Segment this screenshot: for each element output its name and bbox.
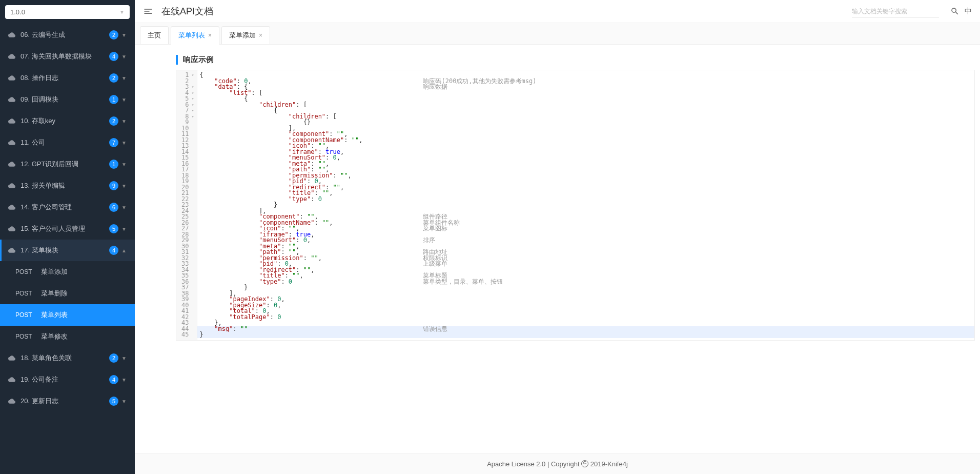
chevron-down-icon: ▼ — [121, 32, 127, 38]
cloud-icon — [8, 354, 15, 362]
badge: 4 — [109, 246, 118, 255]
sidebar-item[interactable]: 15. 客户公司人员管理5▼ — [0, 218, 135, 240]
badge: 4 — [109, 52, 118, 61]
code-annotation: 上级菜单 — [423, 261, 447, 267]
fold-icon[interactable]: ▾ — [190, 72, 194, 78]
sidebar-item[interactable]: 11. 公司7▼ — [0, 132, 135, 153]
chevron-down-icon: ▼ — [121, 356, 127, 361]
sidebar-item-label: 15. 客户公司人员管理 — [21, 224, 109, 233]
badge: 2 — [109, 353, 118, 363]
tab[interactable]: 菜单添加× — [221, 26, 270, 44]
cloud-icon — [8, 53, 15, 60]
chevron-down-icon: ▼ — [121, 140, 127, 146]
fold-icon[interactable]: ▾ — [190, 84, 194, 90]
sidebar-item-label: 06. 云编号生成 — [21, 30, 109, 40]
cloud-icon — [8, 96, 15, 103]
fold-icon[interactable]: ▾ — [190, 96, 194, 102]
code-editor[interactable]: 1▾23▾4▾5▾6▾7▾8▾9101112131415161718192021… — [176, 70, 975, 341]
code-line: } — [197, 285, 974, 291]
sidebar-subitem[interactable]: POST菜单修改 — [0, 326, 135, 347]
sidebar-subitem[interactable]: POST菜单列表 — [0, 304, 135, 326]
search-icon[interactable] — [950, 7, 959, 16]
sidebar-subitem[interactable]: POST菜单删除 — [0, 283, 135, 304]
cloud-icon — [8, 74, 15, 82]
sidebar-item-label: 18. 菜单角色关联 — [21, 353, 109, 363]
sidebar-item[interactable]: 10. 存取key2▼ — [0, 110, 135, 132]
copyright-icon — [581, 460, 588, 467]
sidebar-item[interactable]: 14. 客户公司管理6▼ — [0, 196, 135, 218]
chevron-up-icon: ▲ — [121, 248, 127, 253]
fold-icon[interactable]: ▾ — [190, 90, 194, 96]
http-method: POST — [15, 333, 41, 340]
cloud-icon — [8, 376, 15, 383]
code-line: "redirect": "", — [197, 267, 974, 273]
chevron-down-icon: ▼ — [121, 54, 127, 60]
fold-icon[interactable]: ▾ — [190, 108, 194, 114]
tab[interactable]: 菜单列表× — [171, 26, 219, 45]
sidebar-item[interactable]: 18. 菜单角色关联2▼ — [0, 347, 135, 369]
sidebar-item[interactable]: 17. 菜单模块4▲ — [0, 240, 135, 261]
code-line: } — [197, 332, 974, 338]
code-annotation: 菜单图标 — [423, 226, 447, 232]
sidebar-item[interactable]: 13. 报关单编辑9▼ — [0, 175, 135, 196]
close-icon[interactable]: × — [259, 32, 262, 39]
http-method: POST — [15, 268, 41, 275]
subitem-label: 菜单添加 — [41, 267, 68, 276]
sidebar-subitem[interactable]: POST菜单添加 — [0, 261, 135, 283]
code-line: "children": [ — [197, 114, 974, 120]
code-line: ], — [197, 291, 974, 297]
section-title: 响应示例 — [176, 55, 975, 65]
search-input[interactable] — [852, 6, 939, 17]
collapse-icon[interactable] — [143, 6, 153, 16]
sidebar-item-label: 17. 菜单模块 — [21, 246, 109, 255]
code-line: }, — [197, 320, 974, 326]
subitem-label: 菜单修改 — [41, 332, 68, 341]
badge: 2 — [109, 30, 118, 40]
version-select[interactable]: 1.0.0 ▼ — [5, 5, 130, 19]
sidebar-item-label: 07. 海关回执单数据模块 — [21, 52, 109, 61]
tab[interactable]: 主页 — [140, 26, 169, 44]
sidebar-item-label: 08. 操作日志 — [21, 73, 109, 83]
code-line: "pageSize": 0, — [197, 303, 974, 309]
code-gutter: 1▾23▾4▾5▾6▾7▾8▾9101112131415161718192021… — [176, 70, 197, 340]
sidebar-item[interactable]: 19. 公司备注4▼ — [0, 369, 135, 390]
sidebar-item-label: 13. 报关单编辑 — [21, 181, 109, 190]
sidebar-item[interactable]: 20. 更新日志5▼ — [0, 390, 135, 412]
code-annotation: 错误信息 — [423, 326, 447, 332]
close-icon[interactable]: × — [208, 32, 212, 39]
cloud-icon — [8, 161, 15, 168]
cloud-icon — [8, 247, 15, 254]
sidebar-item[interactable]: 08. 操作日志2▼ — [0, 67, 135, 89]
code-line: "msg": ""错误信息 — [197, 326, 974, 332]
language-button[interactable]: 中 — [965, 7, 972, 16]
header: 在线API文档 中 — [135, 0, 980, 23]
sidebar-item[interactable]: 12. GPT识别后回调1▼ — [0, 153, 135, 175]
sidebar-item[interactable]: 06. 云编号生成2▼ — [0, 24, 135, 46]
code-line: "type": 0 — [197, 196, 974, 203]
sidebar-item-label: 20. 更新日志 — [21, 397, 109, 406]
chevron-down-icon: ▼ — [119, 9, 125, 15]
cloud-icon — [8, 182, 15, 189]
tabs: 主页菜单列表×菜单添加× — [135, 23, 980, 45]
cloud-icon — [8, 117, 15, 125]
sidebar-menu: 06. 云编号生成2▼07. 海关回执单数据模块4▼08. 操作日志2▼09. … — [0, 24, 135, 474]
badge: 2 — [109, 116, 118, 126]
sidebar-item[interactable]: 09. 回调模块1▼ — [0, 89, 135, 110]
main: 在线API文档 中 主页菜单列表×菜单添加× 响应示例 1▾23▾4▾5▾6▾7… — [135, 0, 980, 474]
version-value: 1.0.0 — [10, 8, 25, 16]
code-line: "data": {响应数据 — [197, 84, 974, 90]
code-line: "totalPage": 0 — [197, 314, 974, 321]
http-method: POST — [15, 290, 41, 297]
code-line: "code": 0,响应码(200成功,其他为失败需参考msg) — [197, 78, 974, 85]
badge: 2 — [109, 73, 118, 83]
badge: 4 — [109, 375, 118, 384]
fold-icon[interactable]: ▾ — [190, 102, 194, 108]
chevron-down-icon: ▼ — [121, 183, 127, 189]
sidebar-item-label: 12. GPT识别后回调 — [21, 160, 109, 169]
tab-label: 菜单列表 — [178, 31, 205, 40]
sidebar-item[interactable]: 07. 海关回执单数据模块4▼ — [0, 46, 135, 67]
code-line: } — [197, 202, 974, 208]
code-line: "meta": "", — [197, 244, 974, 250]
chevron-down-icon: ▼ — [121, 97, 127, 103]
fold-icon[interactable]: ▾ — [190, 114, 194, 120]
